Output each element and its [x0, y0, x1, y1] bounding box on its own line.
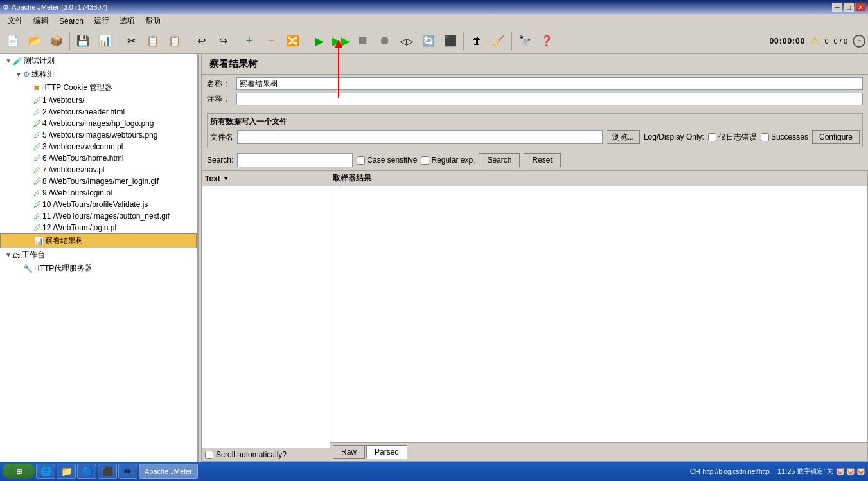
- tree-item-req5[interactable]: 🖊 3 /webtours/welcome.pl: [0, 141, 197, 152]
- taskbar-ie[interactable]: 🌐: [36, 464, 55, 479]
- copy-button[interactable]: 📋: [143, 31, 163, 51]
- paste-button[interactable]: 📋: [164, 31, 185, 51]
- tree-item-req11[interactable]: 🖊 11 /WebTours/images/button_next.gif: [0, 210, 197, 222]
- error-only-checkbox[interactable]: [708, 133, 716, 141]
- dropdown-arrow[interactable]: ▼: [223, 175, 229, 182]
- results-area: Text ▼ Scroll automatically? 取样器结果 Ra: [202, 170, 868, 462]
- taskbar-pencil[interactable]: ✏: [118, 464, 137, 479]
- stop-button[interactable]: ⏹: [353, 31, 373, 51]
- tree-item-req6[interactable]: 🖊 6 /WebTours/home.html: [0, 152, 197, 164]
- tree-item-req2[interactable]: 🖊 2 /webtours/header.html: [0, 106, 197, 118]
- expand-icon-2: ▼: [15, 71, 22, 78]
- start-button[interactable]: ▶: [309, 31, 330, 51]
- toolbar-sep-7: [511, 32, 512, 50]
- taskbar-chrome[interactable]: 🔵: [77, 464, 96, 479]
- tree-item-proxy[interactable]: 🔧 HTTP代理服务器: [0, 262, 197, 275]
- undo-button[interactable]: ↩: [191, 31, 211, 51]
- clear-all-button[interactable]: 🗑: [466, 31, 487, 51]
- tree-item-listener[interactable]: 📊 察看结果树: [0, 233, 197, 248]
- tree-item-req4[interactable]: 🖊 5 /webtours/images/webtours.png: [0, 129, 197, 141]
- close-button[interactable]: ✕: [855, 3, 865, 12]
- tree-item-cookie[interactable]: ✖ HTTP Cookie 管理器: [0, 81, 197, 95]
- tree-label-workbench: 工作台: [22, 250, 45, 260]
- new-button[interactable]: 📄: [3, 31, 23, 51]
- tree-item-req7[interactable]: 🖊 7 /webtours/nav.pl: [0, 164, 197, 176]
- req-icon-3: 🖊: [33, 119, 41, 128]
- scroll-auto-checkbox[interactable]: [205, 451, 213, 459]
- open-button[interactable]: 📂: [24, 31, 45, 51]
- search-button[interactable]: Search: [479, 153, 520, 167]
- name-input[interactable]: [236, 77, 863, 90]
- menu-run[interactable]: 运行: [89, 14, 114, 28]
- req-icon-11: 🖊: [33, 212, 41, 221]
- tab-raw[interactable]: Raw: [333, 445, 365, 459]
- help-button[interactable]: ❓: [536, 31, 557, 51]
- tree-item-req9[interactable]: 🖊 9 /WebTours/login.pl: [0, 187, 197, 199]
- tree-item-workbench[interactable]: ▼ 🗂 工作台: [0, 248, 197, 262]
- tree-item-req8[interactable]: 🖊 8 /WebTours/images/mer_login.gif: [0, 176, 197, 187]
- log-display-label: Log/Display Only:: [644, 132, 704, 141]
- maximize-button[interactable]: □: [844, 3, 854, 12]
- testplan-icon: 🧪: [13, 57, 22, 66]
- cut-button[interactable]: ✂: [121, 31, 141, 51]
- window-title: Apache JMeter (3.0 r1743807): [12, 3, 107, 11]
- results-detail-header: 取样器结果: [330, 171, 867, 186]
- timer-display: 00:00:00: [769, 37, 805, 46]
- add-button[interactable]: +: [239, 31, 260, 51]
- remove-button[interactable]: −: [261, 31, 281, 51]
- menu-file[interactable]: 文件: [3, 14, 28, 28]
- expand-icon: ▼: [5, 57, 12, 64]
- comment-input[interactable]: [236, 93, 863, 105]
- results-detail: 取样器结果 Raw Parsed: [330, 170, 868, 462]
- taskbar-cmd[interactable]: ⬛: [98, 464, 117, 479]
- main-area: ▼ 🧪 测试计划 ▼ ⚙ 线程组 ✖ HTTP Cookie 管理器 🖊 1 /…: [0, 54, 868, 462]
- clear-results-button[interactable]: 🧹: [488, 31, 509, 51]
- tree-label-req5: 3 /webtours/welcome.pl: [42, 142, 123, 151]
- menu-edit[interactable]: 编辑: [28, 14, 54, 28]
- regular-exp-checkbox[interactable]: [421, 156, 429, 165]
- tree-item-threadgroup[interactable]: ▼ ⚙ 线程组: [0, 68, 197, 81]
- tree-item-testplan[interactable]: ▼ 🧪 测试计划: [0, 54, 197, 68]
- scroll-auto-label: Scroll automatically?: [216, 450, 287, 459]
- minimize-button[interactable]: ─: [832, 3, 842, 12]
- redo-button[interactable]: ↪: [213, 31, 233, 51]
- case-sensitive-checkbox[interactable]: [357, 156, 365, 165]
- req-icon-5: 🖊: [33, 142, 41, 151]
- clear-button[interactable]: 🔀: [283, 31, 303, 51]
- menu-help[interactable]: 帮助: [140, 14, 166, 28]
- search-btn-toolbar[interactable]: 🔭: [515, 31, 535, 51]
- configure-button[interactable]: Configure: [812, 130, 860, 144]
- titlebar-controls: ─ □ ✕: [832, 3, 865, 12]
- tree-item-req10[interactable]: 🖊 10 /WebTours/profileValidate.js: [0, 199, 197, 210]
- remote-shutdown-button[interactable]: ⬛: [440, 31, 461, 51]
- shutdown-button[interactable]: ⏺: [375, 31, 395, 51]
- search-input[interactable]: [237, 153, 353, 167]
- revert-button[interactable]: 📊: [94, 31, 115, 51]
- expand-icon-wb: ▼: [5, 251, 12, 259]
- save-template-button[interactable]: 📦: [46, 31, 67, 51]
- indicator-circle[interactable]: ○: [853, 35, 865, 48]
- successes-checkbox[interactable]: [761, 133, 769, 141]
- app-icon: ⚙: [3, 3, 9, 12]
- tree-item-req12[interactable]: 🖊 12 /WebTours/login.pl: [0, 222, 197, 233]
- panel-title: 察看结果树: [202, 54, 868, 75]
- req-icon-9: 🖊: [33, 188, 41, 197]
- tree-item-req1[interactable]: 🖊 1 /webtours/: [0, 95, 197, 106]
- tree-label-req1: 1 /webtours/: [42, 96, 84, 105]
- taskbar-files[interactable]: 📁: [57, 464, 76, 479]
- remote-stop-button[interactable]: 🔄: [418, 31, 439, 51]
- taskbar-jmeter[interactable]: Apache JMeter: [139, 464, 198, 479]
- save-button[interactable]: 💾: [73, 31, 93, 51]
- menu-search[interactable]: Search: [54, 15, 89, 27]
- tree-item-req3[interactable]: 🖊 4 /webtours/images/hp_logo.png: [0, 118, 197, 129]
- menu-options[interactable]: 选项: [114, 14, 140, 28]
- comment-row: 注释：: [207, 93, 863, 105]
- browse-button[interactable]: 浏览...: [607, 130, 640, 144]
- reset-button[interactable]: Reset: [524, 153, 560, 167]
- req-icon-12: 🖊: [33, 223, 41, 232]
- file-input[interactable]: [237, 130, 603, 144]
- remote-start-button[interactable]: ◁▷: [396, 31, 417, 51]
- tab-parsed[interactable]: Parsed: [366, 445, 407, 459]
- req-icon-8: 🖊: [33, 177, 41, 186]
- start-menu-button[interactable]: ⊞: [3, 464, 35, 479]
